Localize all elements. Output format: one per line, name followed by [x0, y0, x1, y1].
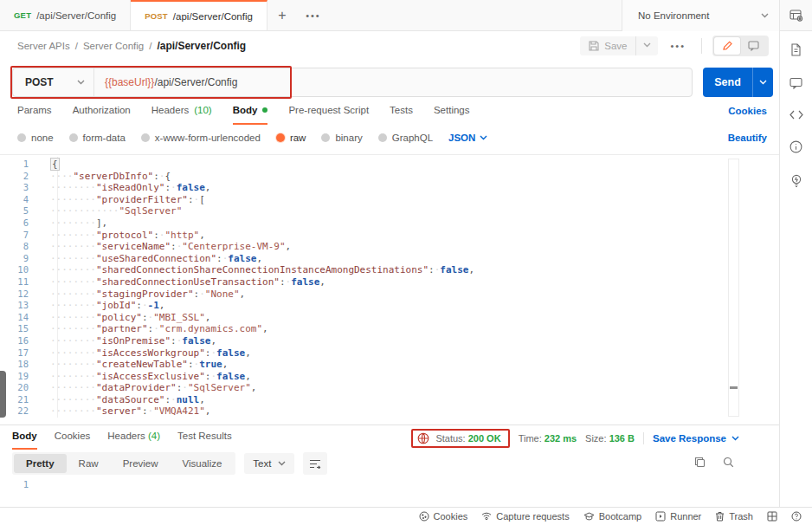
- body-type-label: binary: [335, 133, 362, 143]
- footer-capture-requests[interactable]: Capture requests: [481, 511, 569, 522]
- body-type-label: form-data: [83, 133, 126, 143]
- comments-icon[interactable]: [789, 77, 802, 89]
- raw-format-selector[interactable]: JSON: [448, 133, 487, 143]
- save-options-chevron[interactable]: [635, 36, 658, 55]
- footer-trash[interactable]: Trash: [715, 511, 753, 522]
- line-number: 17: [12, 347, 40, 360]
- editor-line: 12········"stagingProvider":·"None",: [12, 288, 758, 301]
- line-number: 7: [12, 230, 40, 242]
- scrollbar-thumb[interactable]: [730, 386, 738, 389]
- documentation-icon[interactable]: [790, 43, 802, 56]
- response-tab-test-results[interactable]: Test Results: [177, 431, 232, 450]
- request-body-editor[interactable]: 1{2····"serverDbInfo":·{3········"isRead…: [0, 154, 779, 423]
- editor-line: 8········"serviceName":·"Centerprise-VM-…: [12, 241, 758, 253]
- editor-line: 2····"serverDbInfo":·{: [12, 171, 758, 183]
- response-section: BodyCookiesHeaders (4)Test Results Statu…: [0, 425, 779, 507]
- view-mode-visualize[interactable]: Visualize: [171, 454, 235, 473]
- tab-body[interactable]: Body: [233, 102, 268, 125]
- copy-response-icon[interactable]: [694, 457, 706, 468]
- footer-item-label: Trash: [729, 511, 753, 522]
- save-icon: [589, 41, 599, 51]
- line-number: 16: [12, 335, 40, 347]
- view-mode-raw[interactable]: Raw: [67, 454, 111, 473]
- environment-selector[interactable]: No Environment: [622, 0, 779, 31]
- breadcrumb-collection[interactable]: Server Config: [83, 41, 144, 51]
- body-type-form-data[interactable]: form-data: [69, 133, 126, 143]
- send-options-chevron[interactable]: [752, 68, 773, 97]
- radio-icon: [69, 133, 78, 142]
- body-type-x-www-form-urlencoded[interactable]: x-www-form-urlencoded: [141, 133, 261, 143]
- url-input[interactable]: {{baseUrl}}/api/Server/Config: [93, 68, 692, 96]
- environment-quick-look-icon[interactable]: [779, 0, 812, 31]
- editor-line: 10········"sharedConnectionShareConnecti…: [12, 264, 758, 276]
- tab-headers[interactable]: Headers(10): [151, 102, 212, 125]
- method-selector[interactable]: POST: [13, 68, 93, 96]
- editor-line: 6········],: [12, 217, 758, 230]
- footer-item-label: Bootcamp: [599, 511, 642, 522]
- pub-tips-lightbulb-icon[interactable]: [790, 174, 802, 188]
- response-tab-body[interactable]: Body: [12, 431, 37, 450]
- request-url-row: POST {{baseUrl}}/api/Server/Config Send: [12, 68, 774, 97]
- search-response-icon[interactable]: [723, 457, 734, 468]
- status-value: 200 OK: [468, 433, 501, 444]
- send-button[interactable]: Send: [703, 68, 773, 97]
- response-format-selector[interactable]: Text: [244, 453, 294, 474]
- tab-label: Test Results: [177, 431, 232, 441]
- editor-line: 4········"providerFilter":·[: [12, 194, 758, 206]
- info-icon[interactable]: [789, 140, 802, 153]
- editor-line: 15········"partner":·"crm.dynamics.com",: [12, 323, 758, 335]
- url-field: POST {{baseUrl}}/api/Server/Config: [12, 68, 693, 97]
- editor-line: 14········"policy":·"MBI_SSL",: [12, 312, 758, 324]
- response-tab-headers[interactable]: Headers (4): [107, 431, 160, 450]
- radio-icon: [321, 133, 330, 142]
- line-number: 12: [12, 288, 40, 301]
- breadcrumb-current-request: /api/Server/Config: [157, 40, 246, 52]
- body-type-row: noneform-datax-www-form-urlencodedrawbin…: [17, 129, 487, 146]
- view-mode-preview[interactable]: Preview: [111, 454, 171, 473]
- body-type-raw[interactable]: raw: [276, 133, 306, 143]
- workspace-tab-bar: GET/api/Server/ConfigPOST/api/Server/Con…: [0, 0, 812, 31]
- tab-authorization[interactable]: Authorization: [73, 102, 131, 125]
- response-line-number: 1: [12, 479, 40, 489]
- help-icon[interactable]: [791, 511, 802, 522]
- editor-line: 20········"dataProvider":·"SqlServer",: [12, 382, 758, 394]
- code-snippet-icon[interactable]: [789, 110, 803, 120]
- sidebar-drag-handle[interactable]: [0, 371, 6, 418]
- chevron-down-icon: [278, 461, 286, 466]
- breadcrumb-workspace[interactable]: Server APIs: [17, 41, 70, 51]
- tab-pre-request-script[interactable]: Pre-request Script: [288, 102, 369, 125]
- split-panes-icon[interactable]: [767, 511, 777, 522]
- edit-mode-button[interactable]: [714, 37, 740, 55]
- editor-scrollbar[interactable]: [728, 159, 739, 417]
- tab-tests[interactable]: Tests: [390, 102, 413, 125]
- save-button[interactable]: Save: [580, 36, 635, 55]
- footer-bootcamp[interactable]: Bootcamp: [583, 511, 642, 522]
- body-type-binary[interactable]: binary: [321, 133, 362, 143]
- editor-line: 11········"sharedConnectionUseTransactio…: [12, 276, 758, 288]
- editor-line: 19········"isAccessExclusive":·false,: [12, 371, 758, 383]
- line-number: 18: [12, 359, 40, 371]
- line-number: 5: [12, 205, 40, 217]
- new-tab-button[interactable]: +: [267, 0, 297, 30]
- line-wrap-button[interactable]: [303, 452, 327, 475]
- editor-line: 17········"isAccessWorkgroup":·false,: [12, 347, 758, 360]
- more-tabs-button[interactable]: •••: [297, 0, 330, 30]
- body-type-none[interactable]: none: [17, 133, 54, 143]
- request-tab-get[interactable]: GET/api/Server/Config: [0, 0, 131, 30]
- request-more-actions-button[interactable]: •••: [665, 41, 691, 51]
- save-response-button[interactable]: Save Response: [653, 433, 739, 444]
- tab-label: Body: [233, 105, 258, 115]
- tab-params[interactable]: Params: [17, 102, 52, 125]
- body-type-GraphQL[interactable]: GraphQL: [378, 133, 433, 143]
- footer-runner[interactable]: Runner: [655, 511, 701, 522]
- response-tab-cookies[interactable]: Cookies: [55, 431, 91, 450]
- footer-cookies[interactable]: Cookies: [419, 511, 468, 522]
- view-mode-pretty[interactable]: Pretty: [14, 454, 67, 473]
- comment-mode-button[interactable]: [740, 37, 767, 55]
- beautify-link[interactable]: Beautify: [728, 133, 767, 143]
- editor-line: 5············"SqlServer": [12, 205, 758, 217]
- cookie-icon: [419, 511, 429, 522]
- tab-settings[interactable]: Settings: [434, 102, 470, 125]
- request-tab-post[interactable]: POST/api/Server/Config: [131, 0, 267, 30]
- cookies-link[interactable]: Cookies: [728, 106, 767, 116]
